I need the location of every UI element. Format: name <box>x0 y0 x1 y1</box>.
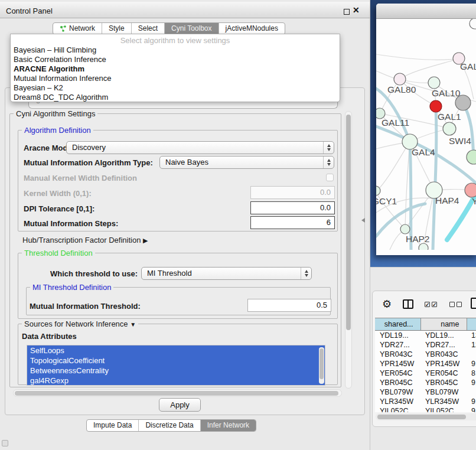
tab-impute-data[interactable]: Impute Data <box>87 420 139 431</box>
tab-cyni-toolbox[interactable]: Cyni Toolbox <box>165 23 219 34</box>
column-header-name[interactable]: name <box>420 318 467 331</box>
network-canvas[interactable]: GAL8 GAL80 GAL10 GAL1 GAL11 GAL4 SWI4 GC… <box>376 19 476 250</box>
table-row[interactable]: YBR045CYBR045C9. <box>375 378 476 387</box>
algorithm-option[interactable]: Mutual Information Inference <box>11 74 340 83</box>
node-table[interactable]: shared... name A YDL19...YDL19...13 YDR2… <box>375 318 476 412</box>
node-label: GAL1 <box>438 112 461 122</box>
tab-select[interactable]: Select <box>132 23 165 34</box>
close-icon[interactable]: ✕ <box>353 5 360 15</box>
settings-horizontal-scrollbar[interactable] <box>13 389 342 397</box>
node-swi4[interactable] <box>467 150 476 164</box>
node-label: HAP4 <box>435 195 459 206</box>
node[interactable] <box>419 243 428 250</box>
table-panel-card: ⚙ ✓✓ shared... name A YDL19...YDL19...13… <box>372 291 476 427</box>
hub-definition-expander[interactable]: Hub/Transcription Factor Definition ▶ <box>22 236 148 244</box>
node-salmon[interactable] <box>465 183 476 197</box>
node-label: Y <box>472 196 476 206</box>
table-horizontal-scrollbar[interactable] <box>376 413 476 420</box>
algorithm-option[interactable]: Basic Correlation Inference <box>11 55 340 64</box>
apply-button[interactable]: Apply <box>159 398 201 412</box>
mi-steps-field[interactable]: 6 <box>250 216 335 229</box>
float-window-icon[interactable] <box>344 9 350 15</box>
manual-kernel-checkbox[interactable] <box>326 174 334 181</box>
node-label: GAL4 <box>412 147 435 157</box>
bottom-tabs: Impute Data Discretize Data Infer Networ… <box>86 419 256 432</box>
dpi-tolerance-field[interactable]: 0.0 <box>250 201 335 214</box>
tab-select-label: Select <box>138 23 158 34</box>
tab-jactivemnodules-label: jActiveMNodules <box>226 23 278 34</box>
table-row[interactable]: YDR27...YDR27...12 <box>375 340 476 350</box>
network-window-titlebar[interactable] <box>376 4 476 19</box>
hub-definition-label: Hub/Transcription Factor Definition <box>22 236 141 244</box>
sources-title[interactable]: Sources for Network Inference ▼ <box>22 319 138 328</box>
attribute-list-scrollbar[interactable] <box>319 347 324 384</box>
algorithm-dropdown-popup: Select algorithm to view settings Bayesi… <box>10 34 340 102</box>
network-icon <box>60 25 67 32</box>
tab-network[interactable]: Network <box>53 23 102 34</box>
sources-title-label: Sources for Network Inference <box>24 319 128 328</box>
attribute-item-selected[interactable]: BetweennessCentrality <box>27 366 325 376</box>
algorithm-option[interactable]: Dream8 DC_TDC Algorithm <box>11 93 340 102</box>
aracne-mode-combobox[interactable]: Discovery <box>66 141 334 154</box>
algorithm-option[interactable]: Bayesian – K2 <box>11 83 340 93</box>
node-label: SWI4 <box>449 136 471 146</box>
node-red-selected[interactable] <box>430 100 442 112</box>
settings-vertical-scrollbar[interactable] <box>345 111 352 389</box>
combo-arrows-icon <box>301 268 311 279</box>
algorithm-dropdown-placeholder: Select algorithm to view settings <box>11 34 340 45</box>
which-threshold-value: MI Threshold <box>147 269 192 278</box>
table-row[interactable]: YIL052CYIL052C9. <box>375 406 476 413</box>
table-header-row: shared... name A <box>375 318 476 331</box>
panel-grip[interactable] <box>2 440 8 446</box>
mi-algorithm-type-combobox[interactable]: Naive Bayes <box>159 156 334 169</box>
table-row[interactable]: YBR043CYBR043C <box>375 350 476 359</box>
tab-style[interactable]: Style <box>102 23 132 34</box>
tab-impute-data-label: Impute Data <box>93 420 132 431</box>
attribute-item-selected[interactable]: SelfLoops <box>27 345 325 356</box>
tab-style-label: Style <box>109 23 125 34</box>
collapsed-arrow-icon: ▶ <box>143 237 148 244</box>
algorithm-option-selected[interactable]: ARACNE Algorithm <box>11 64 340 74</box>
table-row[interactable]: YER054CYER054C8. <box>375 369 476 378</box>
splitpane-collapse-arrow[interactable] <box>361 218 365 223</box>
table-row[interactable]: YBL079WYBL079W <box>375 387 476 397</box>
tab-jactivemnodules[interactable]: jActiveMNodules <box>219 23 285 34</box>
attribute-item-selected[interactable]: gal4RGexp <box>27 376 325 386</box>
node-label: GAL8 <box>460 61 476 71</box>
control-panel: Control Panel ✕ Network Style Select Cyn… <box>0 0 370 450</box>
control-panel-titlebar: Control Panel ✕ <box>0 2 370 18</box>
expanded-arrow-icon: ▼ <box>130 321 136 328</box>
table-row[interactable]: YDL19...YDL19...13 <box>375 331 476 340</box>
tab-cyni-toolbox-label: Cyni Toolbox <box>171 23 211 34</box>
mi-steps-label: Mutual Information Steps: <box>24 219 118 228</box>
tab-discretize-data[interactable]: Discretize Data <box>139 420 200 431</box>
node-label: GAL10 <box>432 88 461 98</box>
control-panel-tabs: Network Style Select Cyni Toolbox jActiv… <box>53 22 285 35</box>
mi-threshold-label: Mutual Information Threshold: <box>30 302 141 311</box>
kernel-width-label: Kernel Width (0,1): <box>24 189 92 198</box>
column-header-partial[interactable]: A <box>467 318 476 331</box>
node-hap2[interactable] <box>400 224 410 234</box>
node-gal1[interactable] <box>443 122 456 135</box>
tab-discretize-data-label: Discretize Data <box>145 420 193 431</box>
node-label: GCY1 <box>376 196 397 206</box>
combo-arrows-icon <box>323 156 334 168</box>
node-gal10[interactable] <box>428 77 440 89</box>
table-row[interactable]: YLR345WYLR345W9. <box>375 397 476 406</box>
mi-threshold-field[interactable]: 0.5 <box>247 299 331 312</box>
network-edges-thick <box>376 89 476 250</box>
algorithm-option[interactable]: Bayesian – Hill Climbing <box>11 45 340 55</box>
node-gal80[interactable] <box>394 73 406 85</box>
kernel-width-field[interactable]: 0.0 <box>250 186 335 199</box>
column-header-shared-name[interactable]: shared... <box>375 318 420 331</box>
table-row[interactable]: YPR145WYPR145W9. <box>375 359 476 369</box>
tab-infer-network[interactable]: Infer Network <box>201 420 256 431</box>
data-attributes-list: SelfLoops TopologicalCoefficient Between… <box>27 345 325 386</box>
mi-algorithm-type-label: Mutual Information Algorithm Type: <box>24 158 153 167</box>
table-panel-band: Table Panel <box>370 267 476 291</box>
attribute-item-selected[interactable]: TopologicalCoefficient <box>27 356 325 366</box>
node[interactable] <box>470 19 476 29</box>
dpi-tolerance-label: DPI Tolerance [0,1]: <box>24 204 94 213</box>
algorithm-definition-title: Algorithm Definition <box>22 126 93 135</box>
which-threshold-combobox[interactable]: MI Threshold <box>141 267 312 280</box>
